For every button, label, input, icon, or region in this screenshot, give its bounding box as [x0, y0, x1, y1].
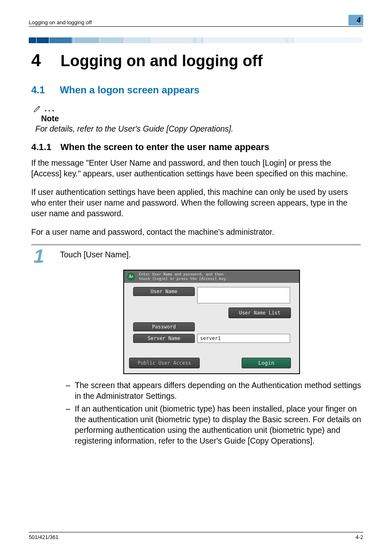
server-name-field[interactable]: server1 — [197, 334, 290, 343]
chapter-title: Logging on and logging off — [60, 52, 263, 70]
step-number: 1 — [34, 247, 50, 266]
pen-icon: ... — [33, 103, 363, 114]
login-button[interactable]: Login — [242, 358, 291, 368]
public-user-access-button[interactable]: Public User Access — [129, 358, 200, 368]
note-bullet-1: –The screen that appears differs dependi… — [66, 380, 363, 402]
accessibility-icon[interactable]: AA — [127, 272, 136, 281]
paragraph-1: If the message "Enter User Name and pass… — [31, 157, 363, 179]
page-footer: 501/421/361 4-2 — [29, 532, 363, 540]
panel-topbar: AA Enter User Name and password, and the… — [124, 271, 299, 283]
step-instruction: Touch [User Name]. — [60, 247, 131, 259]
note-bullet-2: –If an authentication unit (biometric ty… — [66, 403, 363, 446]
running-header-text: Logging on and logging off — [29, 19, 92, 25]
subsection-heading: 4.1.1 When the screen to enter the user … — [31, 142, 363, 153]
user-name-button[interactable]: User Name — [133, 287, 195, 296]
running-header: Logging on and logging off 4 — [29, 15, 363, 27]
paragraph-2: If user authentication settings have bee… — [31, 187, 363, 219]
step-separator — [31, 245, 361, 245]
section-title: When a logon screen appears — [60, 84, 199, 96]
subsection-number: 4.1.1 — [31, 142, 51, 153]
subsection-title: When the screen to enter the user name a… — [60, 142, 270, 153]
chapter-badge: 4 — [348, 15, 363, 25]
login-panel-screenshot: AA Enter User Name and password, and the… — [123, 270, 363, 374]
section-number: 4.1 — [31, 84, 45, 96]
section-heading: 4.1 When a logon screen appears — [31, 84, 363, 96]
note-text: For details, refer to the User's Guide [… — [35, 124, 363, 134]
step-notes: –The screen that appears differs dependi… — [66, 380, 363, 446]
footer-model: 501/421/361 — [29, 534, 58, 540]
panel-message: Enter User Name and password, and then t… — [139, 272, 228, 281]
password-button[interactable]: Password — [133, 322, 195, 331]
chapter-number: 4 — [31, 51, 41, 70]
user-name-list-button[interactable]: User Name List — [228, 308, 291, 318]
note-block: ... Note For details, refer to the User'… — [35, 103, 363, 134]
note-label: Note — [41, 114, 363, 123]
step-1: 1 Touch [User Name]. — [34, 247, 363, 266]
footer-page-number: 4-2 — [355, 534, 363, 540]
paragraph-3: For a user name and password, contact th… — [31, 227, 363, 237]
login-panel: AA Enter User Name and password, and the… — [123, 270, 300, 374]
chapter-heading: 4 Logging on and logging off — [31, 51, 363, 70]
user-name-field[interactable] — [197, 287, 290, 303]
server-name-button[interactable]: Server Name — [133, 334, 195, 343]
decorative-ribbon — [29, 37, 363, 43]
